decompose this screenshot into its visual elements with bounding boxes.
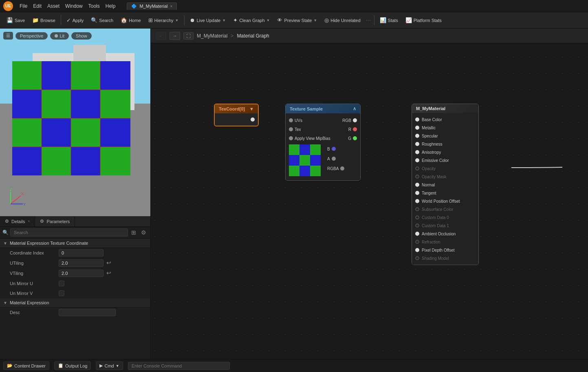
prop-unmirror-u: Un Mirror U bbox=[0, 279, 150, 288]
menu-asset[interactable]: Asset bbox=[47, 3, 59, 9]
texture-uvs-pin[interactable] bbox=[289, 118, 293, 122]
mat-opacity-pin[interactable] bbox=[415, 166, 419, 170]
platform-stats-button[interactable]: 📈 Platform Stats bbox=[402, 16, 445, 25]
details-grid-icon[interactable]: ⊞ bbox=[130, 228, 138, 237]
live-update-icon: ⏺ bbox=[190, 17, 195, 23]
mat-world-pos-pin[interactable] bbox=[415, 199, 419, 203]
prop-unmirror-v: Un Mirror V bbox=[0, 288, 150, 298]
mat-emissive-pin[interactable] bbox=[415, 158, 419, 162]
viewport-menu-button[interactable]: ☰ bbox=[3, 32, 13, 40]
forward-button[interactable]: → bbox=[170, 32, 180, 40]
back-button[interactable]: ← bbox=[156, 32, 166, 40]
viewport[interactable]: X Z Y ☰ Perspective Lit Show bbox=[0, 29, 150, 216]
mat-opacity-mask-label: Opacity Mask bbox=[422, 175, 447, 179]
tab-bar: 🔷 M_MyMaterial × bbox=[127, 2, 177, 10]
mat-custom0-pin[interactable] bbox=[415, 215, 419, 219]
mat-shading-pin[interactable] bbox=[415, 256, 419, 260]
texture-r-pin[interactable] bbox=[353, 127, 357, 131]
unmirror-u-label: Un Mirror U bbox=[10, 281, 59, 286]
details-search-input[interactable] bbox=[10, 228, 128, 237]
hide-unrelated-button[interactable]: ◎ Hide Unrelated bbox=[321, 16, 363, 25]
live-update-button[interactable]: ⏺ Live Update ▼ bbox=[187, 16, 229, 25]
tab-details[interactable]: ⚙ Details × bbox=[0, 216, 35, 226]
vtiling-input[interactable] bbox=[59, 270, 104, 277]
apply-button[interactable]: ✓ Apply bbox=[63, 16, 87, 25]
unmirror-v-checkbox[interactable] bbox=[59, 290, 64, 296]
lit-button[interactable]: Lit bbox=[50, 32, 69, 40]
section1-arrow: ▼ bbox=[3, 241, 7, 246]
texture-sample-node[interactable]: Texture Sample ∧ UVs RGB Tex R bbox=[285, 104, 361, 181]
graph-area[interactable]: ← → ⛶ M_MyMaterial > Material Graph TexC… bbox=[151, 29, 588, 359]
details-close-icon[interactable]: × bbox=[28, 219, 30, 224]
mat-custom1-pin[interactable] bbox=[415, 224, 419, 228]
mat-ao-pin[interactable] bbox=[415, 232, 419, 236]
section-texture-coordinate[interactable]: ▼ Material Expression Texture Coordinate bbox=[0, 239, 150, 248]
svg-text:X: X bbox=[21, 192, 24, 196]
texture-rgba-pin[interactable] bbox=[340, 166, 344, 170]
texture-a-pin[interactable] bbox=[332, 157, 336, 161]
mat-pixel-depth-pin[interactable] bbox=[415, 248, 419, 252]
texture-rgba-row: RGBA bbox=[324, 164, 348, 173]
texture-collapse-icon[interactable]: ∧ bbox=[353, 106, 356, 111]
material-node[interactable]: M_MyMaterial Base Color Metallic Specula… bbox=[412, 104, 479, 265]
vtiling-reset-button[interactable]: ↩ bbox=[106, 270, 111, 276]
texcoord-collapse-icon[interactable]: ▼ bbox=[249, 106, 254, 111]
preview-state-button[interactable]: 👁 Preview State ▼ bbox=[274, 16, 320, 25]
texture-rgb-label: RGB bbox=[342, 118, 351, 123]
cmd-button[interactable]: ▶ Cmd ▼ bbox=[96, 361, 123, 370]
texture-b-pin[interactable] bbox=[332, 147, 336, 151]
menu-edit[interactable]: Edit bbox=[33, 3, 42, 9]
console-input[interactable] bbox=[128, 362, 230, 370]
hierarchy-button[interactable]: ⊞ Hierarchy ▼ bbox=[145, 16, 182, 25]
mat-anisotropy-pin[interactable] bbox=[415, 150, 419, 154]
mat-metallic-pin[interactable] bbox=[415, 126, 419, 130]
material-node-header: M_MyMaterial bbox=[412, 104, 478, 113]
mat-specular-pin[interactable] bbox=[415, 134, 419, 138]
menu-help[interactable]: Help bbox=[106, 3, 116, 9]
mat-opacity-mask-pin[interactable] bbox=[415, 175, 419, 179]
unmirror-u-checkbox[interactable] bbox=[59, 281, 64, 286]
tab-parameters[interactable]: ⚙ Parameters bbox=[35, 216, 75, 226]
mat-refraction-pin[interactable] bbox=[415, 240, 419, 244]
mat-normal-pin[interactable] bbox=[415, 183, 419, 187]
mat-subsurface-pin[interactable] bbox=[415, 207, 419, 211]
show-button[interactable]: Show bbox=[71, 32, 92, 40]
stats-button[interactable]: 📊 Stats bbox=[377, 16, 401, 25]
browse-button[interactable]: 📁 Browse bbox=[29, 16, 59, 25]
perspective-button[interactable]: Perspective bbox=[15, 32, 48, 40]
tab-close-icon[interactable]: × bbox=[170, 4, 173, 9]
section-material-expression[interactable]: ▼ Material Expression bbox=[0, 298, 150, 308]
clean-graph-button[interactable]: ✦ Clean Graph ▼ bbox=[230, 16, 273, 25]
coord-index-input[interactable] bbox=[59, 249, 104, 257]
texcoord-node[interactable]: TexCoord[0] ▼ bbox=[214, 104, 259, 126]
toolbar-sep-1 bbox=[61, 16, 61, 25]
mat-roughness-pin[interactable] bbox=[415, 142, 419, 146]
texcoord-output-pin[interactable] bbox=[251, 117, 255, 122]
svg-rect-4 bbox=[12, 90, 42, 118]
prop-coordinate-index: Coordinate Index bbox=[0, 248, 150, 258]
texcoord-node-body bbox=[215, 113, 258, 126]
details-settings-icon[interactable]: ⚙ bbox=[139, 228, 148, 237]
search-button[interactable]: 🔍 Search bbox=[88, 16, 117, 25]
fullscreen-button[interactable]: ⛶ bbox=[183, 32, 194, 40]
toolbar-more-icon[interactable]: ⋯ bbox=[365, 18, 372, 23]
mat-base-color-pin[interactable] bbox=[415, 117, 419, 122]
desc-input[interactable] bbox=[59, 309, 116, 316]
utiling-input[interactable] bbox=[59, 259, 104, 267]
breadcrumb-root[interactable]: M_MyMaterial bbox=[197, 33, 227, 39]
material-tab[interactable]: 🔷 M_MyMaterial × bbox=[127, 2, 177, 10]
menu-file[interactable]: File bbox=[20, 3, 27, 9]
menu-tools[interactable]: Tools bbox=[88, 3, 100, 9]
utiling-reset-button[interactable]: ↩ bbox=[106, 259, 111, 266]
texture-mipbias-pin[interactable] bbox=[289, 136, 293, 140]
home-button[interactable]: 🏠 Home bbox=[117, 16, 144, 25]
texture-rgb-pin[interactable] bbox=[353, 118, 357, 122]
content-drawer-button[interactable]: 📂 Content Drawer bbox=[3, 361, 49, 370]
mat-tangent-pin[interactable] bbox=[415, 191, 419, 195]
svg-rect-28 bbox=[289, 144, 300, 155]
texture-tex-pin[interactable] bbox=[289, 127, 293, 131]
menu-window[interactable]: Window bbox=[65, 3, 83, 9]
output-log-button[interactable]: 📋 Output Log bbox=[54, 361, 91, 370]
save-button[interactable]: 💾 Save bbox=[3, 16, 28, 25]
texture-g-pin[interactable] bbox=[353, 136, 357, 140]
